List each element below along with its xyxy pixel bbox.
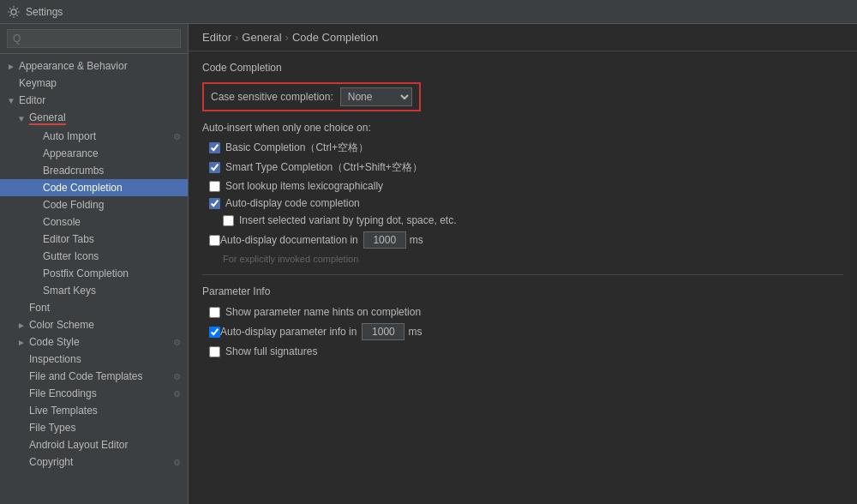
auto-display-code-row: Auto-display code completion	[209, 197, 843, 209]
show-full-signatures-label: Show full signatures	[225, 345, 317, 357]
auto-display-param-row: Auto-display parameter info in ms	[209, 323, 843, 340]
sidebar-label-console: Console	[43, 216, 81, 228]
basic-completion-row: Basic Completion（Ctrl+空格）	[209, 141, 843, 155]
search-box	[0, 24, 188, 54]
settings-icon-code-style: ⚙	[173, 338, 181, 347]
sidebar-item-appearance-behavior[interactable]: Appearance & Behavior	[0, 57, 188, 75]
param-info-title: Parameter Info	[202, 285, 843, 297]
sidebar-item-auto-import[interactable]: Auto Import⚙	[0, 128, 188, 145]
breadcrumb-code-completion: Code Completion	[292, 31, 378, 44]
sidebar-label-file-encodings: File Encodings	[29, 387, 97, 399]
arrow-icon-editor	[7, 96, 15, 105]
divider	[202, 274, 843, 275]
insert-selected-label: Insert selected variant by typing dot, s…	[239, 214, 456, 226]
sidebar-label-file-code-templates: File and Code Templates	[29, 370, 143, 382]
auto-display-param-checkbox[interactable]	[209, 327, 220, 338]
section-title: Code Completion	[202, 62, 843, 74]
sidebar-label-keymap: Keymap	[19, 77, 57, 89]
auto-display-doc-checkbox[interactable]	[209, 235, 220, 246]
arrow-icon-color-scheme	[17, 321, 26, 330]
sort-lookup-row: Sort lookup items lexicographically	[209, 180, 843, 192]
sidebar-item-keymap[interactable]: Keymap	[0, 75, 188, 92]
sidebar-item-smart-keys[interactable]: Smart Keys	[0, 282, 188, 299]
settings-icon-file-code-templates: ⚙	[173, 372, 181, 381]
arrow-icon-code-style	[17, 338, 26, 347]
auto-display-doc-hint: For explicitly invoked completion	[223, 254, 843, 264]
show-param-hints-row: Show parameter name hints on completion	[209, 306, 843, 318]
breadcrumb-editor: Editor	[202, 31, 231, 44]
sidebar-item-inspections[interactable]: Inspections	[0, 351, 188, 368]
smart-type-label: Smart Type Completion（Ctrl+Shift+空格）	[225, 160, 423, 175]
search-input[interactable]	[7, 29, 181, 48]
sidebar-label-breadcrumbs: Breadcrumbs	[43, 165, 104, 177]
sidebar-label-smart-keys: Smart Keys	[43, 285, 96, 297]
sidebar-item-file-types[interactable]: File Types	[0, 419, 188, 436]
sidebar-label-code-completion: Code Completion	[43, 182, 123, 194]
sidebar-item-copyright[interactable]: Copyright⚙	[0, 453, 188, 471]
svg-point-0	[11, 9, 16, 15]
title-bar: Settings	[0, 0, 857, 24]
show-full-signatures-checkbox[interactable]	[209, 346, 220, 357]
sidebar-item-code-style[interactable]: Code Style⚙	[0, 333, 188, 351]
sidebar-item-code-completion[interactable]: Code Completion	[0, 179, 188, 196]
sidebar-item-android-layout-editor[interactable]: Android Layout Editor	[0, 436, 188, 453]
smart-type-row: Smart Type Completion（Ctrl+Shift+空格）	[209, 160, 843, 175]
settings-icon-auto-import: ⚙	[173, 132, 181, 141]
show-param-hints-label: Show parameter name hints on completion	[225, 306, 421, 318]
sidebar-label-inspections: Inspections	[29, 353, 81, 365]
sidebar-label-editor: Editor	[19, 94, 45, 106]
sidebar-label-appearance-behavior: Appearance & Behavior	[19, 60, 128, 72]
sidebar-item-font[interactable]: Font	[0, 299, 188, 316]
content-area: Editor › General › Code Completion Code …	[189, 24, 857, 504]
sidebar-item-file-code-templates[interactable]: File and Code Templates⚙	[0, 368, 188, 385]
sidebar-label-postfix-completion: Postfix Completion	[43, 267, 129, 279]
sidebar-item-file-encodings[interactable]: File Encodings⚙	[0, 385, 188, 402]
sidebar: Appearance & BehaviorKeymapEditorGeneral…	[0, 24, 189, 504]
case-sensitive-box: Case sensitive completion: None All Firs…	[202, 82, 421, 111]
sidebar-item-code-folding[interactable]: Code Folding	[0, 196, 188, 213]
auto-display-doc-row: Auto-display documentation in ms	[209, 231, 843, 249]
sidebar-item-editor[interactable]: Editor	[0, 92, 188, 109]
sidebar-label-font: Font	[29, 302, 50, 314]
sidebar-item-breadcrumbs[interactable]: Breadcrumbs	[0, 162, 188, 179]
settings-icon-copyright: ⚙	[173, 458, 181, 467]
sidebar-item-gutter-icons[interactable]: Gutter Icons	[0, 248, 188, 265]
sidebar-item-color-scheme[interactable]: Color Scheme	[0, 316, 188, 333]
case-sensitive-label: Case sensitive completion:	[211, 91, 333, 103]
arrow-icon-general	[17, 114, 26, 123]
auto-display-param-unit: ms	[408, 326, 422, 338]
breadcrumb-sep1: ›	[235, 31, 238, 44]
sort-lookup-checkbox[interactable]	[209, 181, 220, 192]
sidebar-item-postfix-completion[interactable]: Postfix Completion	[0, 265, 188, 282]
sidebar-label-file-types: File Types	[29, 422, 75, 434]
auto-display-doc-unit: ms	[410, 234, 423, 246]
sidebar-label-live-templates: Live Templates	[29, 405, 98, 417]
settings-icon	[7, 5, 21, 19]
settings-icon-file-encodings: ⚙	[173, 389, 181, 399]
breadcrumb: Editor › General › Code Completion	[189, 24, 857, 51]
sidebar-item-appearance[interactable]: Appearance	[0, 145, 188, 162]
sort-lookup-label: Sort lookup items lexicographically	[225, 180, 383, 192]
sidebar-item-editor-tabs[interactable]: Editor Tabs	[0, 231, 188, 248]
auto-display-doc-input[interactable]	[363, 231, 406, 249]
sidebar-item-live-templates[interactable]: Live Templates	[0, 402, 188, 419]
basic-completion-checkbox[interactable]	[209, 142, 220, 153]
auto-display-code-checkbox[interactable]	[209, 198, 220, 209]
sidebar-item-console[interactable]: Console	[0, 213, 188, 231]
case-sensitive-select[interactable]: None All First letter	[340, 87, 412, 106]
sidebar-label-color-scheme: Color Scheme	[29, 319, 94, 331]
show-param-hints-checkbox[interactable]	[209, 307, 220, 318]
breadcrumb-general: General	[242, 31, 281, 44]
auto-display-param-input[interactable]	[362, 323, 405, 340]
insert-selected-checkbox[interactable]	[223, 215, 234, 226]
basic-completion-label: Basic Completion（Ctrl+空格）	[225, 141, 369, 155]
sidebar-item-general[interactable]: General	[0, 109, 188, 128]
sidebar-label-general: General	[29, 111, 66, 125]
show-full-signatures-row: Show full signatures	[209, 345, 843, 357]
auto-display-doc-label: Auto-display documentation in	[220, 234, 358, 246]
smart-type-checkbox[interactable]	[209, 162, 220, 173]
sidebar-label-editor-tabs: Editor Tabs	[43, 233, 94, 245]
breadcrumb-sep2: ›	[285, 31, 289, 44]
auto-display-code-label: Auto-display code completion	[225, 197, 360, 209]
auto-display-param-label: Auto-display parameter info in	[220, 326, 357, 338]
